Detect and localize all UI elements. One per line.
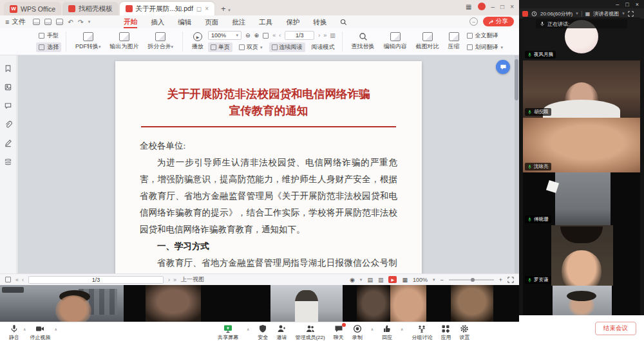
video-thumbnail[interactable] [270, 285, 343, 322]
word-translate-button[interactable]: 划词翻译▾ [464, 42, 506, 52]
scrollbar-thumb[interactable] [515, 59, 518, 100]
status-zoom-value[interactable]: 100% [413, 277, 428, 283]
apps-grid-icon[interactable]: ▦ [466, 3, 471, 10]
pin-icon[interactable]: ◻ [196, 5, 202, 12]
share-options-chevron[interactable]: ∧ [247, 327, 249, 331]
video-thumbnail[interactable] [390, 285, 426, 322]
zoom-slider-handle[interactable] [471, 278, 475, 282]
view-single-icon[interactable]: ▤ [367, 277, 373, 283]
attachment-icon[interactable] [4, 120, 12, 129]
hand-tool[interactable]: 手型 [36, 31, 61, 41]
zoom-slider[interactable] [449, 279, 494, 281]
participant-tile[interactable]: 胡倪颖 [523, 60, 640, 118]
meeting-maximize-button[interactable]: □ [625, 1, 629, 8]
tab-wps-home[interactable]: W WPS Office [4, 2, 61, 15]
bookmark-icon[interactable] [4, 64, 12, 73]
compress-button[interactable]: 压缩 [444, 30, 464, 53]
status-next-page-icon[interactable]: › [168, 277, 170, 283]
breakout-rooms-button[interactable]: 分组讨论 [412, 324, 432, 341]
participant-tile[interactable]: 傅晓珊 [523, 172, 640, 225]
zoom-select[interactable]: 100%▾ [208, 31, 242, 40]
vertical-scrollbar[interactable] [515, 55, 518, 273]
screenshot-compare-button[interactable]: 截图对比 [412, 30, 444, 53]
participant-tile[interactable] [523, 286, 640, 315]
thumbnail-icon[interactable] [4, 83, 12, 91]
new-tab-button[interactable]: + ▾ [221, 4, 231, 14]
manage-members-button[interactable]: 管理成员(22) [295, 324, 325, 341]
settings-button[interactable]: 设置 [459, 324, 469, 341]
participant-tile[interactable]: 沈咏亮 [523, 118, 640, 172]
undo-icon[interactable]: ↶ [68, 18, 73, 26]
first-page-icon[interactable]: « [272, 32, 276, 39]
tab-document[interactable]: 关于开展防...知.pdf ◻ × [120, 2, 214, 15]
apps-button[interactable]: 应用 [440, 324, 451, 341]
tab-tools[interactable]: 工具 [259, 17, 272, 28]
tab-page[interactable]: 页面 [205, 17, 218, 28]
status-prev-page-icon[interactable]: ‹ [22, 277, 24, 283]
stop-video-button[interactable]: 停止视频 [30, 324, 50, 341]
prev-page-icon[interactable]: ‹ [279, 32, 281, 39]
tab-template[interactable]: 找稻壳模板 [62, 2, 118, 15]
reactions-button[interactable]: 回应 [382, 324, 392, 341]
view-options-dropdown-icon[interactable]: ▾ [360, 277, 363, 282]
document-area[interactable]: 关于开展防范非法校园贷和电信网络诈骗 宣传教育的通知 全校各单位: 为进一步引导… [17, 55, 519, 273]
statusbar-play-icon[interactable]: ▶ [388, 276, 397, 283]
timer-dropdown-icon[interactable]: ▾ [576, 11, 578, 16]
invite-button[interactable]: 邀请 [276, 324, 287, 341]
search-icon[interactable] [340, 19, 347, 26]
record-options-chevron[interactable]: ∧ [371, 327, 374, 331]
tab-start[interactable]: 开始 [124, 16, 137, 28]
wps-assistant-button[interactable] [496, 60, 510, 74]
video-thumbnail[interactable] [451, 285, 493, 322]
prev-view-button[interactable]: 上一视图 [181, 275, 204, 284]
view-book-icon[interactable]: ▦ [402, 277, 408, 283]
edit-content-button[interactable]: 编辑内容 [379, 30, 412, 53]
fit-page-icon[interactable] [263, 33, 269, 39]
share-button[interactable]: 分享 [483, 17, 514, 26]
find-replace-button[interactable]: 查找替换 [347, 30, 379, 53]
open-icon[interactable] [33, 19, 40, 25]
video-thumbnail[interactable] [0, 285, 124, 322]
layers-icon[interactable] [4, 158, 12, 166]
status-zoom-dropdown-icon[interactable]: ▾ [433, 277, 435, 282]
close-button[interactable]: × [510, 3, 514, 10]
mute-button[interactable]: 静音 [9, 324, 19, 341]
read-mode-button[interactable]: 阅读模式 [309, 42, 337, 52]
last-page-icon[interactable]: » [323, 32, 327, 39]
participant-tile[interactable]: 罗资谦 [523, 225, 640, 286]
select-tool[interactable]: 选择 [36, 42, 61, 52]
save-icon[interactable] [44, 19, 52, 25]
tab-comment[interactable]: 批注 [232, 17, 245, 28]
status-last-page-icon[interactable]: » [173, 277, 176, 283]
user-avatar[interactable] [478, 3, 486, 10]
view-mode-selector[interactable]: 演讲者视图 [593, 10, 619, 17]
status-first-page-icon[interactable]: « [15, 277, 19, 283]
book-view-icon[interactable]: ▥ [330, 32, 336, 39]
meeting-close-button[interactable]: × [636, 1, 639, 8]
quickbar-dropdown-icon[interactable]: ▾ [88, 19, 91, 24]
status-zoom-in-icon[interactable]: + [499, 277, 502, 283]
security-button[interactable]: 安全 [258, 324, 268, 341]
maximize-button[interactable]: □ [500, 3, 504, 10]
status-zoom-out-icon[interactable]: − [440, 277, 443, 283]
redo-icon[interactable]: ↷ [78, 18, 84, 26]
video-thumbnail[interactable] [146, 285, 201, 322]
meeting-timer[interactable]: 20:06(60分钟) [540, 10, 573, 17]
print-icon[interactable] [56, 19, 63, 25]
next-page-icon[interactable]: › [318, 32, 320, 39]
fullscreen-icon[interactable] [507, 277, 514, 283]
file-menu[interactable]: ≡ 文件 [0, 17, 30, 26]
single-page-button[interactable]: 单页 [208, 42, 232, 52]
mute-options-chevron[interactable]: ∧ [23, 327, 26, 331]
full-translate-button[interactable]: 全文翻译 [464, 31, 506, 41]
tab-insert[interactable]: 插入 [151, 17, 164, 28]
video-options-chevron[interactable]: ∧ [54, 327, 57, 331]
chat-button[interactable]: 聊天 [334, 324, 344, 341]
view-options-icon[interactable]: ◉ [350, 277, 355, 283]
tab-close-icon[interactable]: × [205, 5, 209, 12]
status-page-indicator[interactable]: 1/3 [28, 276, 164, 284]
tab-convert[interactable]: 转换 [313, 17, 327, 28]
reactions-options-chevron[interactable]: ∧ [401, 327, 403, 331]
minimize-button[interactable]: – [491, 3, 495, 10]
tab-edit[interactable]: 编辑 [178, 17, 191, 28]
